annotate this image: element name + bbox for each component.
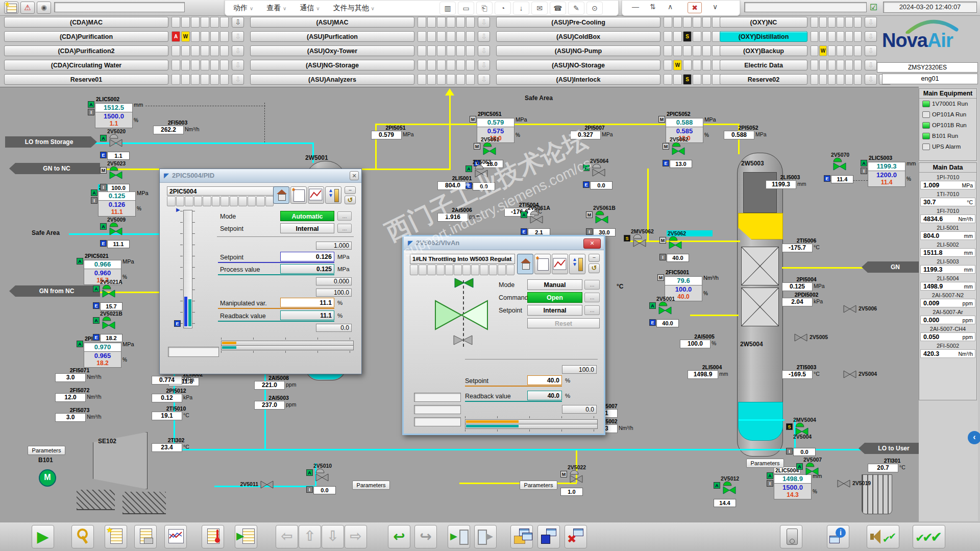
nav-button--oxy-backup[interactable]: (OXY)Backup <box>720 45 807 56</box>
nav-down-button[interactable]: ⇩ <box>322 525 344 548</box>
nav-button--asu-interlock[interactable]: (ASU)Interlock <box>496 74 660 85</box>
nav-expand-arrow[interactable]: ⇩ <box>478 31 490 42</box>
undo-icon[interactable]: ↺ <box>589 263 600 273</box>
parameters-button[interactable]: Parameters <box>746 459 784 468</box>
alarm-icon[interactable]: ⚠ <box>20 2 35 14</box>
panel-icon[interactable]: ▭ <box>458 2 474 15</box>
report-print-button[interactable] <box>134 525 157 548</box>
nav-button--asu-analyzers[interactable]: (ASU)Analyzers <box>250 74 414 85</box>
parameters-button[interactable]: Parameters <box>28 446 65 455</box>
nav-button--asu-oxy-tower[interactable]: (ASU)Oxy-Tower <box>250 45 414 56</box>
nav-right-button[interactable]: ⇨ <box>345 525 367 548</box>
valve-2V5023[interactable]: 2V5023MI100.0 <box>100 160 146 166</box>
nav-button--asu-mac[interactable]: (ASU)MAC <box>250 17 414 28</box>
info-button[interactable]: i <box>827 525 849 548</box>
nav-button--asu-ng-pump[interactable]: (ASU)NG-Pump <box>496 45 660 56</box>
clock-icon[interactable]: ◔ <box>495 2 511 15</box>
nav-expand-arrow[interactable]: ⇩ <box>865 74 877 85</box>
windows-open-button[interactable] <box>510 525 533 548</box>
nav-button--cda-circulating-water[interactable]: (CDA)Circulating Water <box>4 60 168 70</box>
close-icon[interactable]: ✕ <box>583 238 601 249</box>
calendar-check-icon[interactable]: ☑ <box>870 2 877 13</box>
nav-button--oxy-nc[interactable]: (OXY)NC <box>720 17 807 28</box>
manipulated-var-input[interactable]: 11.1 <box>280 298 334 307</box>
valve-2V5010[interactable]: 2V5010AI0.0 <box>306 463 352 469</box>
nav-left-button[interactable]: ⇦ <box>276 525 298 548</box>
page-forward-button[interactable]: ↪ <box>414 525 437 548</box>
nav-expand-arrow[interactable]: ⇩ <box>865 45 877 56</box>
hand-valve-2V5011[interactable]: 2V5011 <box>260 481 274 491</box>
download-icon[interactable]: ↓ <box>513 2 529 15</box>
scan-icon[interactable]: ⊙ <box>586 2 603 15</box>
acknowledge-all-button[interactable]: ✔✔✔ <box>913 525 945 548</box>
hand-valve-2V5019[interactable]: 2V5019 <box>837 480 850 490</box>
setpoint-source-value[interactable]: Internal <box>280 223 334 233</box>
minus-icon[interactable]: − <box>345 186 356 194</box>
edit-icon[interactable]: ✎ <box>568 2 584 15</box>
menu-1[interactable]: 动作 ∨ <box>233 4 253 12</box>
home-view-icon[interactable] <box>273 186 289 204</box>
parameters-button[interactable]: Parameters <box>352 481 390 490</box>
dialog-titlebar[interactable]: ◤2PIC5004/PID ✕ <box>160 169 361 183</box>
setpoint-source-more-button[interactable]: ... <box>584 305 600 315</box>
hand-valve-2V5005[interactable]: 2V5005 <box>794 333 807 344</box>
page-back-button[interactable]: ↩ <box>388 525 410 548</box>
valve-2V5061B[interactable]: 2V5061BMI30.0 <box>586 205 632 211</box>
chart-icon[interactable]: ▥ <box>439 2 456 15</box>
valve-2V5062[interactable]: 2V5062MI40.0 <box>659 230 705 236</box>
setpoint-source-value[interactable]: Internal <box>527 305 582 316</box>
nav-expand-arrow[interactable]: ⇩ <box>232 74 244 85</box>
close-icon[interactable]: ✖ <box>688 2 702 13</box>
valve-2V5004[interactable]: 2V5004I0.0 <box>786 434 832 440</box>
valve-2MV5004[interactable]: 2MV5004S <box>786 417 832 423</box>
home-view-icon[interactable] <box>517 254 533 274</box>
setpoint-source-more-button[interactable]: ... <box>337 224 352 233</box>
more-icon[interactable]: ∨ <box>709 1 721 13</box>
valve-2V5051[interactable]: 2V5051ME18.0 <box>474 136 520 142</box>
nav-expand-arrow[interactable]: ⇩ <box>478 74 490 85</box>
setpoint-input[interactable]: 0.126 <box>280 252 334 261</box>
nav-expand-arrow[interactable]: ⇩ <box>232 31 244 42</box>
export-report-button[interactable]: ▶ <box>235 525 257 548</box>
report-icon[interactable]: * <box>290 186 307 204</box>
chat-icon[interactable]: ✉ <box>531 2 548 15</box>
hand-valve-2V5004[interactable]: 2V5004 <box>843 370 856 380</box>
phone-icon[interactable]: ☎ <box>550 2 566 15</box>
dialog-titlebar[interactable]: ◤2V5062/VlvAn ✕ <box>404 236 604 250</box>
controller-2LIC5004[interactable]: 2LIC50041498.91500.014.3AImm% <box>767 465 828 499</box>
setpoint-input[interactable]: 40.0 <box>527 375 562 385</box>
mode-more-button[interactable]: ... <box>337 211 352 221</box>
valve-2V5022[interactable]: 2V5022M1.0 <box>560 464 606 470</box>
mode-more-button[interactable]: ... <box>584 280 600 290</box>
command-value[interactable]: Open <box>527 292 582 303</box>
minimize-icon[interactable]: — <box>629 1 642 13</box>
valve-2V5012[interactable]: 2V5012A14.4 <box>714 475 760 482</box>
nav-expand-arrow[interactable]: ⇩ <box>478 17 490 28</box>
sidebar-expand-chevron[interactable]: ‹ <box>968 431 980 444</box>
trend-button[interactable] <box>164 525 187 548</box>
nav-expand-arrow[interactable]: ⇩ <box>478 60 490 70</box>
nav-expand-arrow[interactable]: ⇩ <box>865 17 877 28</box>
close-icon[interactable]: ✕ <box>350 171 359 180</box>
valve-2V5001[interactable]: 2V5001AE40.0 <box>649 296 695 302</box>
page-exit-button[interactable]: ▶ <box>474 525 497 548</box>
audio-acknowledge-button[interactable]: ✔✔ <box>867 525 899 548</box>
nav-button--cda-purification[interactable]: (CDA)Purification <box>4 31 168 42</box>
valve-2V5070[interactable]: 2V5070E11.4 <box>824 152 870 158</box>
limit-spinner-icon[interactable]: ▲▼ <box>569 254 585 274</box>
valve-2V5021B[interactable]: 2V5021BAE18.2 <box>93 310 139 317</box>
valve-2V5064[interactable]: 2V5064AE0.0 <box>583 158 629 164</box>
new-report-button[interactable]: ★ <box>105 525 127 548</box>
trend-icon[interactable] <box>552 254 568 274</box>
nav-button-reserve02[interactable]: Reserve02 <box>720 74 807 85</box>
trend-icon[interactable] <box>308 186 324 204</box>
key-button[interactable] <box>71 525 94 548</box>
document-icon[interactable]: ⎗ <box>476 2 493 15</box>
valve-2V5021A[interactable]: 2V5021AAE15.7 <box>93 279 139 285</box>
menu-2[interactable]: 查看 ∨ <box>266 4 286 12</box>
nav-button--asu-ng-storage[interactable]: (ASU)NG-Storage <box>250 60 414 70</box>
menu-3[interactable]: 通信 ∨ <box>300 4 320 12</box>
valve-2V5052[interactable]: 2V5052ME13.0 <box>663 136 708 142</box>
windows-save-button[interactable] <box>537 525 560 548</box>
menu-4[interactable]: 文件与其他 ∨ <box>333 4 375 12</box>
